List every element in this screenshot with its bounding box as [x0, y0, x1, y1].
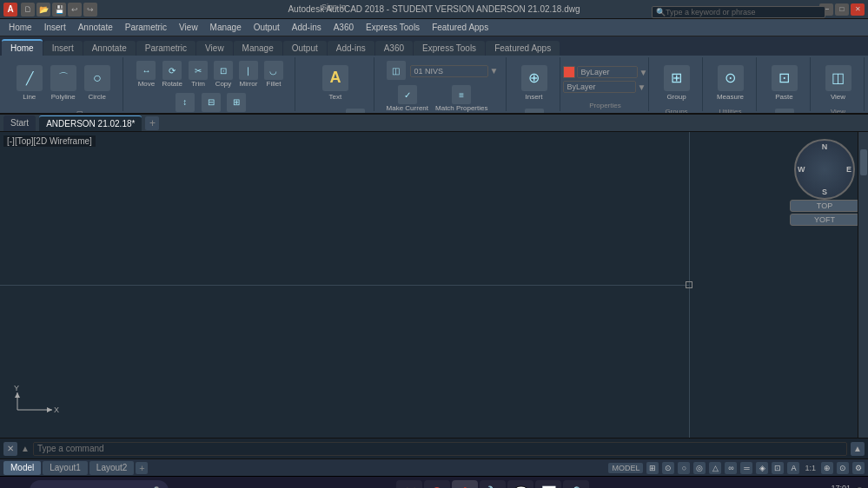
grid-icon[interactable]: ⊞: [646, 462, 659, 474]
taskbar-app5-btn[interactable]: 🔒: [563, 480, 589, 489]
command-close-btn[interactable]: ✕: [3, 442, 17, 456]
group-btn[interactable]: ⊞ Group: [660, 59, 693, 106]
view-label[interactable]: [-][Top][2D Wireframe]: [3, 135, 96, 147]
stretch-btn[interactable]: ↕ Stretch: [171, 91, 198, 113]
menu-output[interactable]: Output: [248, 21, 285, 34]
layer-dropdown-arrow[interactable]: ▼: [490, 66, 499, 76]
tab-featured[interactable]: Featured Apps: [486, 41, 560, 56]
compass-circle[interactable]: N S E W: [794, 139, 855, 200]
units-icon[interactable]: ⊙: [837, 462, 849, 474]
annotscale-icon[interactable]: A: [787, 462, 799, 474]
workspace-icon[interactable]: ⊕: [821, 462, 833, 474]
rotate-btn[interactable]: ⟳ Rotate: [159, 59, 185, 90]
rectangle-btn[interactable]: ▭ Rect: [68, 107, 92, 113]
match-properties-btn[interactable]: ≡ Match Properties: [433, 83, 490, 113]
taskbar-app2-btn[interactable]: 🔧: [480, 480, 506, 489]
annotation-scale[interactable]: 1:1: [803, 464, 818, 472]
polyline-btn[interactable]: ⌒ Polyline: [47, 59, 80, 106]
menu-view[interactable]: View: [174, 21, 203, 34]
add-tab-btn[interactable]: +: [145, 116, 159, 130]
autocad-icon[interactable]: A: [3, 3, 17, 16]
color-swatch[interactable]: [563, 66, 575, 78]
taskbar-app3-btn[interactable]: 💬: [507, 480, 533, 489]
menu-parametric[interactable]: Parametric: [120, 21, 172, 34]
layer-dropdown[interactable]: 01 NIVS: [410, 65, 488, 77]
array-btn[interactable]: ⊞ Array: [224, 91, 248, 113]
tab-manage[interactable]: Manage: [234, 41, 282, 56]
layer-properties-btn[interactable]: ◫: [384, 59, 408, 82]
tab-parametric[interactable]: Parametric: [136, 41, 195, 56]
layout2-tab[interactable]: Layout2: [89, 461, 135, 475]
drawing-canvas[interactable]: [-][Top][2D Wireframe] N S E W TOP YOFT: [0, 132, 868, 438]
tab-insert[interactable]: Insert: [43, 41, 83, 56]
osnap-icon[interactable]: △: [709, 462, 721, 474]
command-input[interactable]: [33, 442, 847, 456]
taskbar-search[interactable]: 🔍 Digite aqui para pesquisar 🎤: [30, 480, 169, 489]
menu-manage[interactable]: Manage: [205, 21, 247, 34]
selection-icon[interactable]: ⊡: [772, 462, 784, 474]
copy-btn[interactable]: ⊡ Copy: [211, 59, 235, 90]
taskbar-explorer-btn[interactable]: 📁: [396, 480, 422, 489]
save-btn[interactable]: 💾: [52, 3, 66, 16]
tab-output[interactable]: Output: [283, 41, 327, 56]
move-btn[interactable]: ↔ Move: [134, 59, 158, 90]
linetype-dropdown[interactable]: ByLayer: [563, 81, 636, 93]
vertical-scrollbar[interactable]: [859, 132, 868, 438]
ortho-icon[interactable]: ○: [678, 462, 690, 474]
menu-featured[interactable]: Featured Apps: [427, 21, 494, 34]
lineweight-icon[interactable]: ═: [740, 462, 752, 474]
mirror-btn[interactable]: ∣ Mirror: [236, 59, 261, 90]
arc-btn[interactable]: ⌒ Arc: [34, 107, 67, 113]
scale-btn[interactable]: ⊟ Scale: [199, 91, 223, 113]
trim-btn[interactable]: ✂ Trim: [186, 59, 210, 90]
clipboard-copy-btn[interactable]: ⊡ Copy: [772, 107, 797, 113]
menu-addins[interactable]: Add-ins: [287, 21, 327, 34]
tab-annotate[interactable]: Annotate: [83, 41, 136, 56]
settings-icon[interactable]: ⚙: [852, 462, 865, 474]
tab-express[interactable]: Express Tools: [414, 41, 485, 56]
taskbar-app4-btn[interactable]: 📊: [535, 480, 561, 489]
linetype-arrow[interactable]: ▼: [638, 82, 646, 92]
polar-icon[interactable]: ◎: [693, 462, 706, 474]
line-btn[interactable]: ╱ Line: [13, 59, 46, 106]
scrollbar-thumb-v[interactable]: [860, 149, 867, 175]
insert-btn[interactable]: ⊕ Insert: [518, 59, 551, 106]
layout1-tab[interactable]: Layout1: [43, 461, 88, 475]
measure-btn[interactable]: ⊙ Measure: [713, 59, 747, 106]
color-arrow[interactable]: ▼: [639, 68, 648, 77]
match-prop-btn[interactable]: ≡ Match: [522, 107, 547, 113]
paste-btn[interactable]: ⊡ Paste: [768, 59, 801, 106]
drawing-tab[interactable]: ANDERSON 21.02.18*: [39, 115, 142, 131]
start-tab[interactable]: Start: [3, 115, 36, 131]
menu-a360[interactable]: A360: [328, 21, 359, 34]
keyword-search[interactable]: 🔍 Type a keyword or phrase: [652, 6, 825, 18]
taskbar-autocad-btn[interactable]: A: [452, 480, 478, 489]
tab-a360[interactable]: A360: [375, 41, 413, 56]
compass-bottom-btn[interactable]: YOFT: [790, 214, 859, 226]
open-btn[interactable]: 📂: [36, 3, 50, 16]
tab-view[interactable]: View: [196, 41, 233, 56]
redo-btn[interactable]: ↪: [83, 3, 97, 16]
fillet-btn[interactable]: ◡ Fillet: [262, 59, 286, 90]
table-btn[interactable]: ▦ Table: [343, 107, 368, 113]
menu-express[interactable]: Express Tools: [361, 21, 425, 34]
maximize-btn[interactable]: □: [835, 3, 849, 16]
otrack-icon[interactable]: ∞: [725, 462, 737, 474]
model-status-btn[interactable]: MODEL: [608, 463, 643, 473]
menu-home[interactable]: Home: [3, 21, 37, 34]
add-layout-btn[interactable]: +: [136, 462, 148, 474]
taskview-btn[interactable]: ⧉: [370, 480, 394, 489]
snap-icon[interactable]: ⊙: [662, 462, 674, 474]
menu-annotate[interactable]: Annotate: [73, 21, 118, 34]
command-scroll-btn[interactable]: ▲: [851, 442, 865, 456]
taskbar-chrome-btn[interactable]: ⬤: [424, 480, 450, 489]
new-btn[interactable]: 🗋: [21, 3, 35, 16]
color-dropdown[interactable]: ByLayer: [577, 66, 638, 78]
compass-top-btn[interactable]: TOP: [790, 200, 859, 212]
tab-home[interactable]: Home: [2, 39, 43, 56]
make-current-btn[interactable]: ✓ Make Current: [384, 83, 431, 113]
transparency-icon[interactable]: ◈: [756, 462, 768, 474]
circle-btn[interactable]: ○ Circle: [81, 59, 114, 106]
view-btn[interactable]: ◫ View: [822, 59, 855, 106]
signin-btn[interactable]: Sign In: [321, 3, 346, 11]
